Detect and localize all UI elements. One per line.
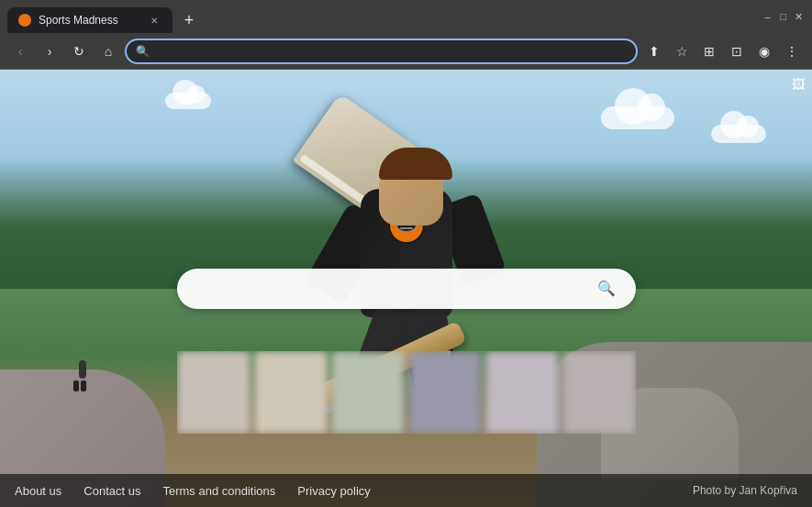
bg-skater-legs xyxy=(73,380,92,391)
cloud-2 xyxy=(711,125,766,143)
bg-skater-leg-right xyxy=(81,380,86,391)
page-footer: About us Contact us Terms and conditions… xyxy=(0,474,812,507)
footer-link-contact[interactable]: Contact us xyxy=(83,484,140,498)
menu-button[interactable]: ⋮ xyxy=(779,39,805,64)
address-input[interactable] xyxy=(155,44,627,58)
blur-block-1 xyxy=(177,351,250,434)
bg-skater-leg-left xyxy=(73,380,79,391)
search-overlay: 🔍 xyxy=(177,269,636,309)
blur-block-6 xyxy=(562,351,636,434)
tab-title: Sports Madness xyxy=(39,14,139,27)
background-skater xyxy=(73,360,92,397)
address-bar[interactable]: 🔍 xyxy=(125,39,638,64)
active-tab[interactable]: Sports Madness ✕ xyxy=(7,7,172,33)
new-tab-button[interactable]: + xyxy=(176,7,202,33)
profile-button[interactable]: ◉ xyxy=(751,39,777,64)
forward-button[interactable]: › xyxy=(37,39,62,64)
blurred-content-strip xyxy=(177,351,636,434)
home-button[interactable]: ⌂ xyxy=(95,39,121,64)
blur-block-5 xyxy=(485,351,559,434)
blur-block-4 xyxy=(408,351,482,434)
blur-block-2 xyxy=(254,351,328,434)
toolbar: ‹ › ↻ ⌂ 🔍 ⬆ ☆ ⊞ ⊡ ◉ ⋮ xyxy=(0,33,812,70)
extension-button[interactable]: ⊞ xyxy=(696,39,722,64)
search-bar[interactable]: 🔍 xyxy=(177,269,636,309)
minimize-button[interactable]: – xyxy=(762,11,773,23)
share-button[interactable]: ⬆ xyxy=(641,39,667,64)
footer-link-privacy[interactable]: Privacy policy xyxy=(297,484,370,498)
hero-background: 🖼 🔍 xyxy=(0,70,812,507)
search-icon-button[interactable]: 🔍 xyxy=(592,274,621,303)
browser-frame: Sports Madness ✕ + – □ ✕ ‹ › ↻ ⌂ 🔍 ⬆ ☆ ⊞… xyxy=(0,0,812,507)
bookmark-button[interactable]: ☆ xyxy=(669,39,695,64)
page-content: 🖼 🔍 About us Contact us Terms and condit… xyxy=(0,70,812,507)
skater-hair xyxy=(379,148,452,180)
search-input[interactable] xyxy=(192,281,592,297)
split-button[interactable]: ⊡ xyxy=(724,39,750,64)
footer-link-terms[interactable]: Terms and conditions xyxy=(162,484,275,498)
tab-bar: Sports Madness ✕ + xyxy=(7,0,754,33)
window-controls: – □ ✕ xyxy=(762,11,805,23)
title-bar: Sports Madness ✕ + – □ ✕ xyxy=(0,0,812,33)
footer-link-about[interactable]: About us xyxy=(15,484,61,498)
photo-credit: Photo by Jan Kopřiva xyxy=(693,484,797,497)
address-search-icon: 🔍 xyxy=(136,45,150,58)
back-button[interactable]: ‹ xyxy=(7,39,33,64)
image-icon[interactable]: 🖼 xyxy=(792,77,805,92)
maximize-button[interactable]: □ xyxy=(777,11,789,23)
skater-head xyxy=(379,152,443,226)
tab-favicon xyxy=(18,14,31,27)
tab-close-button[interactable]: ✕ xyxy=(147,13,161,28)
blur-block-3 xyxy=(331,351,405,434)
bg-skater-body xyxy=(79,360,86,379)
toolbar-actions: ⬆ ☆ ⊞ ⊡ ◉ ⋮ xyxy=(641,39,805,64)
close-button[interactable]: ✕ xyxy=(793,11,805,23)
reload-button[interactable]: ↻ xyxy=(66,39,92,64)
